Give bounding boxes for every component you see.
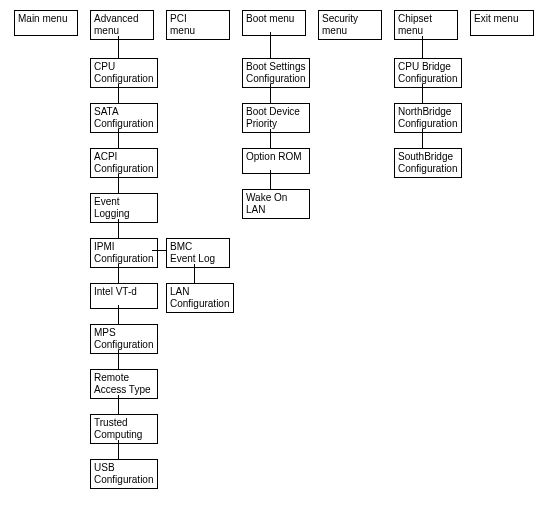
node-exit-menu: Exit menu xyxy=(470,10,534,36)
node-main-menu: Main menu xyxy=(14,10,78,36)
node-ipmi-config: IPMI Configuration xyxy=(90,238,158,268)
node-boot-settings: Boot Settings Configuration xyxy=(242,58,310,88)
connector xyxy=(194,264,195,283)
connector xyxy=(422,84,423,103)
node-trusted-computing: Trusted Computing xyxy=(90,414,158,444)
connector xyxy=(118,174,119,193)
connector xyxy=(118,36,119,58)
node-chipset-menu: Chipset menu xyxy=(394,10,458,40)
node-sata-config: SATA Configuration xyxy=(90,103,158,133)
node-security-menu: Security menu xyxy=(318,10,382,40)
node-advanced-menu: Advanced menu xyxy=(90,10,154,40)
connector xyxy=(118,129,119,148)
connector xyxy=(422,36,423,58)
connector xyxy=(118,84,119,103)
node-bmc-event-log: BMC Event Log xyxy=(166,238,230,268)
node-mps-config: MPS Configuration xyxy=(90,324,158,354)
node-southbridge: SouthBridge Configuration xyxy=(394,148,462,178)
connector xyxy=(118,264,119,283)
diagram-canvas: Main menu Advanced menu PCI menu Boot me… xyxy=(0,0,549,512)
node-boot-device: Boot Device Priority xyxy=(242,103,310,133)
node-boot-menu: Boot menu xyxy=(242,10,306,36)
connector xyxy=(422,129,423,148)
node-cpu-bridge: CPU Bridge Configuration xyxy=(394,58,462,88)
connector xyxy=(152,250,166,251)
node-cpu-config: CPU Configuration xyxy=(90,58,158,88)
node-acpi-config: ACPI Configuration xyxy=(90,148,158,178)
node-event-logging: Event Logging xyxy=(90,193,158,223)
connector xyxy=(118,440,119,459)
connector xyxy=(270,84,271,103)
node-pci-menu: PCI menu xyxy=(166,10,230,40)
node-lan-config: LAN Configuration xyxy=(166,283,234,313)
connector xyxy=(118,305,119,324)
connector xyxy=(270,32,271,58)
connector xyxy=(270,129,271,148)
node-intel-vtd: Intel VT-d xyxy=(90,283,158,309)
connector xyxy=(118,395,119,414)
node-northbridge: NorthBridge Configuration xyxy=(394,103,462,133)
connector xyxy=(118,350,119,369)
node-usb-config: USB Configuration xyxy=(90,459,158,489)
node-remote-access: Remote Access Type xyxy=(90,369,158,399)
connector xyxy=(270,170,271,189)
node-wake-on-lan: Wake On LAN xyxy=(242,189,310,219)
connector xyxy=(118,219,119,238)
node-option-rom: Option ROM xyxy=(242,148,310,174)
